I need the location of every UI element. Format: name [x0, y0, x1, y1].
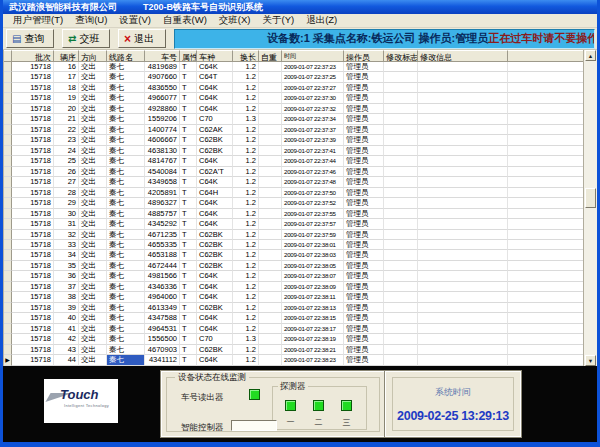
cell-sequence[interactable]: 40 [54, 313, 79, 323]
table-row[interactable]: ▶ 15718 44 交出 秦七 4341112 T C64K 1.2 2009… [4, 355, 583, 365]
cell-length[interactable]: 1.2 [233, 125, 259, 135]
cell-car-type[interactable]: C64K [197, 292, 233, 302]
cell-line-name[interactable]: 秦七 [107, 334, 145, 344]
cell-modify-info[interactable] [418, 303, 508, 313]
cell-car-number[interactable]: 4671235 [145, 230, 180, 240]
cell-tare-weight[interactable] [259, 104, 282, 114]
cell-length[interactable]: 1.2 [233, 250, 259, 260]
cell-attribute[interactable]: T [180, 177, 197, 187]
row-marker[interactable] [4, 345, 12, 355]
row-marker[interactable]: ▶ [4, 355, 12, 365]
header-sequence[interactable]: 辆序 [54, 50, 79, 61]
cell-car-number[interactable]: 4885757 [145, 209, 180, 219]
table-row[interactable]: 15718 21 交出 秦七 1559206 T C70 1.3 2009-01… [4, 114, 583, 124]
table-row[interactable]: 15718 26 交出 秦七 4540084 T C62A'T 1.2 2009… [4, 167, 583, 177]
table-row[interactable]: 15718 41 交出 秦七 4964531 T C64K 1.2 2009-0… [4, 324, 583, 334]
cell-time[interactable]: 2009-01-07 22:37:44 [282, 156, 344, 166]
shift-change-button[interactable]: ⇄ 交班 [62, 29, 110, 48]
cell-time[interactable]: 2009-01-07 22:37:34 [282, 114, 344, 124]
cell-car-number[interactable]: 4347588 [145, 313, 180, 323]
cell-sequence[interactable]: 18 [54, 83, 79, 93]
row-marker[interactable] [4, 62, 12, 72]
cell-modify-info[interactable] [418, 240, 508, 250]
row-marker[interactable] [4, 72, 12, 82]
cell-sequence[interactable]: 39 [54, 303, 79, 313]
cell-modify-flag[interactable] [384, 177, 418, 187]
cell-modify-flag[interactable] [384, 209, 418, 219]
table-row[interactable]: 15718 19 交出 秦七 4966077 T C64K 1.2 2009-0… [4, 93, 583, 103]
cell-modify-flag[interactable] [384, 198, 418, 208]
cell-line-name[interactable]: 秦七 [107, 324, 145, 334]
cell-length[interactable]: 1.2 [233, 209, 259, 219]
cell-modify-info[interactable] [418, 135, 508, 145]
cell-length[interactable]: 1.2 [233, 177, 259, 187]
cell-tare-weight[interactable] [259, 292, 282, 302]
cell-attribute[interactable]: T [180, 292, 197, 302]
cell-direction[interactable]: 交出 [79, 188, 107, 198]
cell-line-name[interactable]: 秦七 [107, 261, 145, 271]
cell-tare-weight[interactable] [259, 167, 282, 177]
cell-car-type[interactable]: C64T [197, 72, 233, 82]
cell-modify-flag[interactable] [384, 345, 418, 355]
cell-operator[interactable]: 管理员 [344, 167, 384, 177]
row-marker[interactable] [4, 240, 12, 250]
cell-car-type[interactable]: C64K [197, 313, 233, 323]
cell-operator[interactable]: 管理员 [344, 83, 384, 93]
cell-attribute[interactable]: T [180, 156, 197, 166]
cell-time[interactable]: 2009-01-07 22:38:23 [282, 355, 344, 365]
cell-sequence[interactable]: 37 [54, 282, 79, 292]
cell-modify-flag[interactable] [384, 261, 418, 271]
cell-line-name[interactable]: 秦七 [107, 230, 145, 240]
cell-operator[interactable]: 管理员 [344, 93, 384, 103]
cell-car-number[interactable]: 4205891 [145, 188, 180, 198]
cell-modify-flag[interactable] [384, 303, 418, 313]
cell-time[interactable]: 2009-01-07 22:37:59 [282, 230, 344, 240]
cell-operator[interactable]: 管理员 [344, 355, 384, 365]
table-row[interactable]: 15718 18 交出 秦七 4836550 T C64K 1.2 2009-0… [4, 83, 583, 93]
cell-line-name[interactable]: 秦七 [107, 125, 145, 135]
cell-operator[interactable]: 管理员 [344, 156, 384, 166]
cell-modify-flag[interactable] [384, 324, 418, 334]
cell-operator[interactable]: 管理员 [344, 219, 384, 229]
cell-direction[interactable]: 交出 [79, 114, 107, 124]
cell-car-type[interactable]: C62BK [197, 250, 233, 260]
cell-length[interactable]: 1.2 [233, 261, 259, 271]
cell-time[interactable]: 2009-01-07 22:38:17 [282, 324, 344, 334]
cell-time[interactable]: 2009-01-07 22:38:21 [282, 345, 344, 355]
cell-operator[interactable]: 管理员 [344, 230, 384, 240]
cell-modify-info[interactable] [418, 261, 508, 271]
cell-line-name[interactable]: 秦七 [107, 209, 145, 219]
cell-tare-weight[interactable] [259, 83, 282, 93]
cell-sequence[interactable]: 20 [54, 104, 79, 114]
cell-attribute[interactable]: T [180, 72, 197, 82]
cell-attribute[interactable]: T [180, 250, 197, 260]
cell-length[interactable]: 1.2 [233, 156, 259, 166]
cell-sequence[interactable]: 21 [54, 114, 79, 124]
cell-batch[interactable]: 15718 [12, 250, 54, 260]
cell-operator[interactable]: 管理员 [344, 345, 384, 355]
cell-operator[interactable]: 管理员 [344, 292, 384, 302]
row-marker[interactable] [4, 114, 12, 124]
cell-line-name[interactable]: 秦七 [107, 250, 145, 260]
cell-attribute[interactable]: T [180, 146, 197, 156]
cell-car-type[interactable]: C64K [197, 219, 233, 229]
cell-direction[interactable]: 交出 [79, 271, 107, 281]
cell-line-name[interactable]: 秦七 [107, 292, 145, 302]
cell-sequence[interactable]: 16 [54, 62, 79, 72]
cell-sequence[interactable]: 29 [54, 198, 79, 208]
cell-car-number[interactable]: 4341112 [145, 355, 180, 365]
cell-modify-flag[interactable] [384, 114, 418, 124]
cell-sequence[interactable]: 42 [54, 334, 79, 344]
cell-attribute[interactable]: T [180, 167, 197, 177]
cell-line-name[interactable]: 秦七 [107, 104, 145, 114]
cell-car-type[interactable]: C62BK [197, 146, 233, 156]
cell-car-number[interactable]: 1559206 [145, 114, 180, 124]
cell-modify-info[interactable] [418, 177, 508, 187]
row-marker[interactable] [4, 324, 12, 334]
table-row[interactable]: 15718 42 交出 秦七 1556500 T C70 1.3 2009-01… [4, 334, 583, 344]
query-button[interactable]: ▤ 查询 [6, 29, 54, 48]
cell-car-type[interactable]: C64K [197, 355, 233, 365]
cell-direction[interactable]: 交出 [79, 209, 107, 219]
cell-operator[interactable]: 管理员 [344, 135, 384, 145]
cell-batch[interactable]: 15718 [12, 355, 54, 365]
